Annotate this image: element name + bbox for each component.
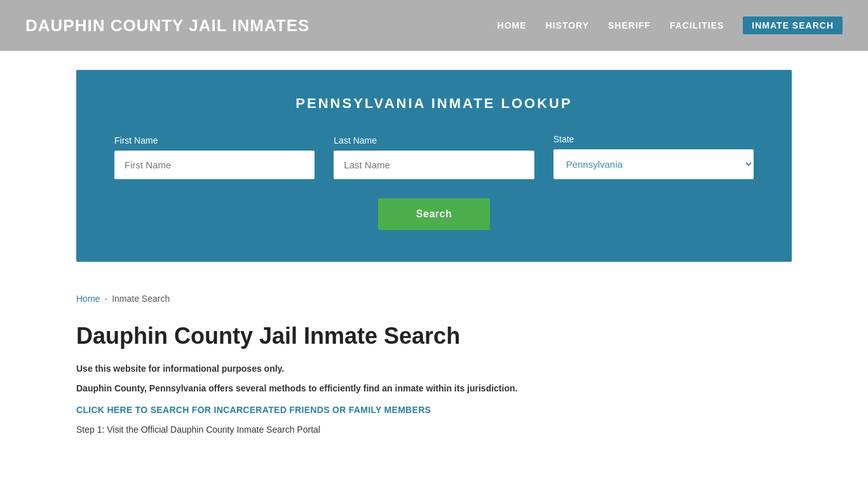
click-here-link[interactable]: CLICK HERE to Search for Incarcerated Fr… (76, 405, 792, 415)
breadcrumb-home-link[interactable]: Home (76, 294, 100, 304)
first-name-input[interactable] (114, 151, 315, 179)
hero-search-section: PENNSYLVANIA INMATE LOOKUP First Name La… (76, 70, 792, 262)
breadcrumb-current: Inmate Search (112, 294, 170, 304)
first-name-group: First Name (114, 135, 315, 179)
info-text-2: Dauphin County, Pennsylvania offers seve… (76, 382, 792, 395)
first-name-label: First Name (114, 135, 315, 146)
main-content: Dauphin County Jail Inmate Search Use th… (0, 316, 868, 460)
hero-title: PENNSYLVANIA INMATE LOOKUP (114, 95, 754, 112)
state-select[interactable]: Pennsylvania (553, 149, 754, 179)
nav-home[interactable]: HOME (498, 20, 527, 30)
breadcrumb: Home • Inmate Search (0, 281, 868, 316)
step-text: Step 1: Visit the Official Dauphin Count… (76, 424, 792, 435)
last-name-input[interactable] (334, 151, 534, 179)
page-title: Dauphin County Jail Inmate Search (76, 323, 792, 349)
nav-history[interactable]: HISTORY (546, 20, 589, 30)
state-label: State (553, 134, 754, 144)
breadcrumb-separator: • (105, 296, 107, 302)
nav-facilities[interactable]: FACILITIES (670, 20, 724, 30)
search-btn-wrap: Search (114, 198, 754, 230)
last-name-label: Last Name (334, 135, 534, 146)
search-form: First Name Last Name State Pennsylvania (114, 134, 754, 179)
nav-sheriff[interactable]: SHERIFF (608, 20, 651, 30)
nav-inmate-search[interactable]: INMATE SEARCH (743, 17, 843, 34)
search-button[interactable]: Search (378, 198, 490, 230)
header: DAUPHIN COUNTY JAIL INMATES HOME HISTORY… (0, 0, 868, 51)
site-title: DAUPHIN COUNTY JAIL INMATES (25, 16, 309, 36)
state-group: State Pennsylvania (553, 134, 754, 179)
main-nav: HOME HISTORY SHERIFF FACILITIES INMATE S… (498, 17, 843, 34)
last-name-group: Last Name (334, 135, 534, 179)
info-text-1: Use this website for informational purpo… (76, 362, 792, 376)
